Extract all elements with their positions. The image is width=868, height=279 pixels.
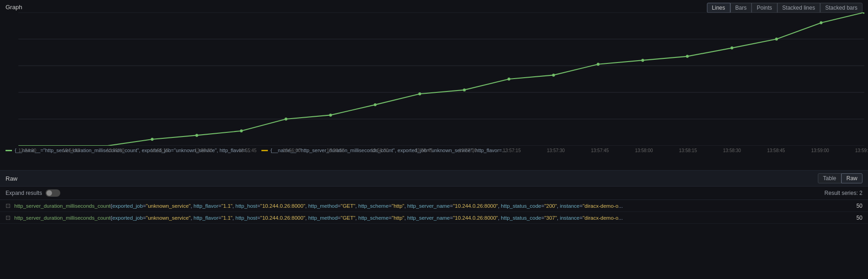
raw-title: Raw — [6, 175, 17, 182]
graph-title: Graph — [0, 2, 28, 12]
svg-point-28 — [863, 12, 864, 14]
svg-point-22 — [597, 63, 600, 66]
result-series-count: Result series: 2 — [824, 190, 862, 196]
chart-container: 50 40 30 20 10 0 — [18, 12, 868, 146]
svg-point-20 — [508, 78, 510, 80]
raw-header: Raw Table Raw — [0, 171, 868, 187]
label-val-0: "unknown_service" — [146, 203, 191, 209]
svg-point-16 — [329, 114, 332, 116]
svg-point-24 — [686, 55, 689, 57]
x-label-4: 13:55:30 — [195, 148, 213, 153]
raw-controls: Expand results Result series: 2 — [0, 187, 868, 200]
chart-svg: 50 40 30 20 10 0 — [18, 12, 864, 146]
metric-name-0: http_server_duration_milliseconds_count — [14, 203, 110, 209]
metric-name-1: http_server_duration_milliseconds_count — [14, 215, 110, 221]
x-label-16: 13:58:30 — [723, 148, 741, 153]
expand-results-label: Expand results — [6, 190, 42, 196]
svg-point-25 — [730, 46, 733, 49]
expand-results-toggle[interactable] — [46, 189, 60, 197]
svg-point-26 — [775, 38, 778, 40]
x-label-8: 13:56:30 — [371, 148, 389, 153]
graph-view-buttons: Lines Bars Points Stacked lines Stacked … — [707, 3, 862, 13]
x-label-19: 13:59: — [855, 148, 868, 153]
result-value-1: 50 — [849, 215, 862, 221]
x-label-12: 13:57:30 — [547, 148, 565, 153]
graph-btn-stacked-lines[interactable]: Stacked lines — [777, 3, 820, 13]
x-label-18: 13:59:00 — [811, 148, 829, 153]
svg-point-13 — [196, 134, 198, 137]
x-label-5: 13:55:45 — [238, 148, 256, 153]
svg-point-27 — [820, 21, 822, 24]
graph-btn-lines[interactable]: Lines — [707, 3, 730, 13]
svg-point-14 — [240, 130, 243, 132]
graph-btn-bars[interactable]: Bars — [730, 3, 752, 13]
svg-point-19 — [463, 88, 466, 91]
result-copy-icon-0[interactable]: ⊡ — [6, 202, 11, 209]
x-label-14: 13:58:00 — [635, 148, 653, 153]
legend-color-0 — [6, 150, 12, 151]
raw-btn-table[interactable]: Table — [818, 173, 841, 183]
x-label-3: 13:55:15 — [150, 148, 168, 153]
x-label-7: 13:56:15 — [327, 148, 345, 153]
x-axis-labels: 13:54:30 13:54:45 13:55:00 13:55:15 13:5… — [18, 147, 868, 153]
graph-section: Graph Lines Bars Points Stacked lines St… — [0, 0, 868, 170]
graph-btn-points[interactable]: Points — [752, 3, 777, 13]
result-row-1: ⊡ http_server_duration_milliseconds_coun… — [0, 212, 868, 224]
result-value-0: 50 — [849, 203, 862, 209]
svg-point-12 — [151, 138, 154, 141]
label-key-1: exported_job — [112, 215, 143, 221]
x-label-6: 13:56:00 — [283, 148, 301, 153]
svg-point-15 — [284, 118, 287, 120]
result-copy-icon-1[interactable]: ⊡ — [6, 214, 11, 221]
x-label-2: 13:55:00 — [106, 148, 124, 153]
x-label-17: 13:58:45 — [767, 148, 785, 153]
label-val-1: "unknown_service" — [146, 215, 191, 221]
raw-section: Raw Table Raw Expand results Result seri… — [0, 170, 868, 224]
svg-point-23 — [642, 59, 644, 62]
result-text-1: http_server_duration_milliseconds_count{… — [14, 215, 845, 221]
x-label-0: 13:54:30 — [18, 148, 36, 153]
svg-point-18 — [418, 92, 421, 95]
svg-point-21 — [552, 74, 555, 76]
x-label-10: 13:57:00 — [459, 148, 477, 153]
result-text-0: http_server_duration_milliseconds_count{… — [14, 203, 845, 209]
x-label-13: 13:57:45 — [591, 148, 609, 153]
x-label-11: 13:57:15 — [503, 148, 521, 153]
x-label-1: 13:54:45 — [63, 148, 81, 153]
raw-view-buttons: Table Raw — [818, 173, 862, 183]
raw-btn-raw[interactable]: Raw — [841, 173, 862, 183]
label-key-0: exported_job — [112, 203, 143, 209]
expand-results-control: Expand results — [6, 189, 60, 197]
result-row-0: ⊡ http_server_duration_milliseconds_coun… — [0, 200, 868, 212]
svg-point-17 — [374, 103, 376, 106]
x-label-9: 13:56:45 — [415, 148, 433, 153]
x-label-15: 13:58:15 — [679, 148, 697, 153]
graph-btn-stacked-bars[interactable]: Stacked bars — [820, 3, 862, 13]
